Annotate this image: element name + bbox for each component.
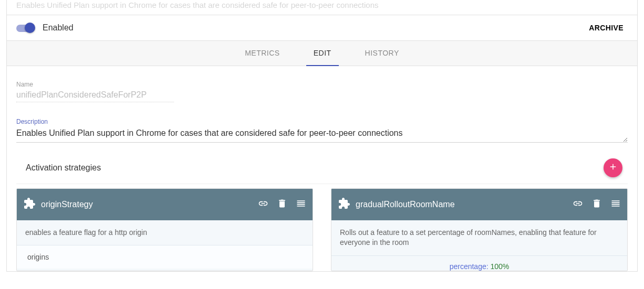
toggle-thumb — [25, 23, 35, 33]
name-field-label: Name — [16, 81, 628, 88]
archive-button[interactable]: ARCHIVE — [585, 22, 628, 34]
plus-icon — [608, 162, 618, 174]
strategy-card-gradual-rollout: gradualRolloutRoomName Rolls out a featu… — [331, 188, 628, 271]
enabled-toggle[interactable] — [16, 23, 35, 33]
page-description-faded: Enables Unified Plan support in Chrome f… — [7, 0, 637, 15]
description-field-label: Description — [16, 118, 628, 125]
strategy-body-label: origins — [17, 245, 313, 269]
reorder-icon[interactable] — [610, 198, 621, 211]
strategy-card-origin: originStrategy enables a feature flag fo… — [16, 188, 313, 271]
description-textarea[interactable]: Enables Unified Plan support in Chrome f… — [16, 126, 628, 143]
delete-icon[interactable] — [277, 198, 287, 211]
link-icon[interactable] — [258, 198, 268, 211]
tabs-bar: METRICS EDIT HISTORY — [7, 41, 637, 66]
add-strategy-button[interactable] — [604, 158, 622, 177]
puzzle-icon — [23, 197, 36, 212]
enabled-label: Enabled — [43, 23, 74, 33]
strategy-description: enables a feature flag for a http origin — [17, 220, 313, 246]
puzzle-icon — [338, 197, 350, 212]
percentage-value: 100% — [491, 262, 510, 271]
tab-edit[interactable]: EDIT — [309, 41, 336, 66]
strategy-description: Rolls out a feature to a set percentage … — [331, 220, 627, 256]
activation-strategies-heading: Activation strategies — [26, 163, 101, 173]
name-input[interactable] — [16, 89, 174, 102]
tab-history[interactable]: HISTORY — [361, 41, 403, 66]
strategy-title: originStrategy — [41, 200, 93, 209]
tab-metrics[interactable]: METRICS — [241, 41, 284, 66]
strategy-title: gradualRolloutRoomName — [356, 200, 455, 209]
delete-icon[interactable] — [591, 198, 602, 211]
percentage-label: percentage: — [450, 262, 491, 271]
reorder-icon[interactable] — [296, 198, 306, 211]
link-icon[interactable] — [573, 198, 583, 211]
percentage-line: percentage: 100% — [331, 256, 627, 271]
